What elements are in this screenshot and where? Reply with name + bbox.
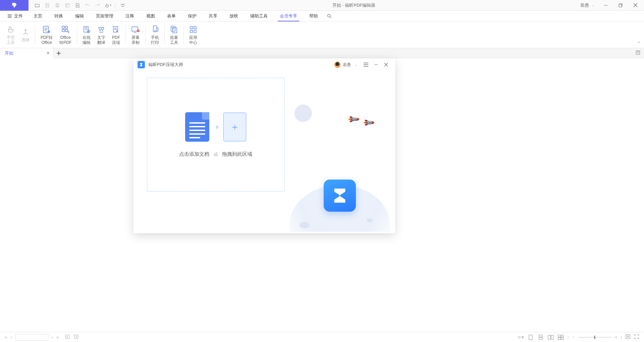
close-button[interactable] (629, 0, 642, 10)
two-page-icon[interactable] (547, 335, 554, 340)
svg-point-28 (519, 337, 520, 337)
first-page-icon[interactable]: « (5, 335, 7, 340)
dropzone-add-label: 点击添加文档 (179, 151, 209, 157)
statusbar-navigation: « ‹ › » (5, 334, 79, 341)
dropzone[interactable]: ›› ＋ 点击添加文档 或 拖拽到此区域 (147, 78, 284, 192)
menu-tab-8[interactable]: 共享 (203, 11, 223, 21)
dialog-user[interactable]: 若愚 (334, 61, 351, 68)
save-icon[interactable] (43, 1, 52, 10)
menu-tab-7[interactable]: 保护 (182, 11, 203, 21)
user-name[interactable]: 若愚 (580, 2, 589, 8)
dialog-logo-icon (138, 61, 145, 68)
ribbon-icon (151, 24, 159, 35)
svg-rect-29 (529, 335, 532, 340)
ribbon-button-3[interactable]: PDF转 Office (37, 23, 56, 47)
dialog-menu-icon[interactable] (361, 62, 371, 67)
user-chevron-icon[interactable]: ⌄ (592, 3, 594, 7)
menu-tab-0[interactable]: 主页 (28, 11, 48, 21)
menu-tab-9[interactable]: 放映 (223, 11, 244, 21)
svg-rect-2 (56, 6, 59, 7)
nav-back-icon[interactable] (65, 334, 70, 340)
ribbon-button-14[interactable]: 批量 工具 (167, 23, 181, 47)
open-icon[interactable] (33, 1, 42, 10)
single-page-icon[interactable] (527, 335, 534, 340)
zoom-slider[interactable] (578, 337, 611, 338)
menu-tab-12[interactable]: 帮助 (303, 11, 324, 21)
menu-tab-10[interactable]: 辅助工具 (244, 11, 274, 21)
dialog-close-button[interactable] (381, 63, 391, 67)
svg-rect-1 (56, 3, 59, 4)
user-avatar-icon (334, 61, 341, 68)
ribbon-label: 手机 打印 (151, 35, 159, 45)
document-tab-start[interactable]: 开始 ✕ (0, 48, 54, 58)
ribbon-separator (164, 25, 165, 44)
menu-tab-1[interactable]: 转换 (48, 11, 69, 21)
dialog-title: 福昕PDF压缩大师 (148, 62, 334, 68)
fit-page-icon[interactable] (625, 334, 631, 340)
touch-icon[interactable]: ▾ (103, 1, 112, 10)
ribbon-separator (183, 25, 184, 44)
menu-tab-11[interactable]: 会员专享 (274, 11, 303, 21)
menu-tab-5[interactable]: 视图 (140, 11, 161, 21)
last-page-icon[interactable]: » (56, 335, 59, 340)
continuous-page-icon[interactable] (537, 335, 544, 340)
tab-options-icon[interactable] (635, 50, 641, 56)
print-icon[interactable] (53, 1, 62, 10)
ribbon-label: PDF 压缩 (112, 35, 120, 45)
svg-rect-21 (190, 26, 193, 29)
ribbon-separator (77, 25, 77, 44)
menu-tab-2[interactable]: 编辑 (69, 11, 90, 21)
svg-rect-34 (558, 335, 560, 337)
ribbon-button-16[interactable]: 应用 中心 (186, 23, 201, 47)
fullscreen-icon[interactable] (634, 334, 639, 340)
maximize-button[interactable] (614, 0, 627, 10)
file-menu[interactable]: 文件 (3, 11, 28, 21)
zoom-in-icon[interactable]: + (615, 335, 618, 340)
svg-rect-24 (194, 30, 196, 32)
redo-icon[interactable] (93, 1, 102, 10)
svg-rect-26 (66, 335, 69, 339)
ribbon-collapse-icon[interactable]: ⌃ (637, 41, 641, 46)
dialog-titlebar: 福昕PDF压缩大师 若愚 ⌄ (133, 58, 395, 71)
ribbon-icon (189, 24, 197, 35)
search-button[interactable] (324, 13, 335, 19)
app-big-logo-icon (324, 180, 356, 212)
ribbon-button-10[interactable]: 屏幕 录制 (128, 23, 143, 47)
new-doc-icon[interactable] (73, 1, 82, 10)
ribbon-icon (170, 24, 178, 35)
dialog-user-chevron-icon[interactable]: ⌄ (351, 63, 361, 67)
svg-rect-30 (539, 335, 542, 337)
svg-rect-10 (65, 29, 68, 32)
menu-tab-4[interactable]: 注释 (119, 11, 140, 21)
zoom-out-icon[interactable]: − (572, 335, 575, 340)
svg-rect-31 (539, 338, 542, 340)
qat-overflow-icon[interactable] (118, 1, 127, 10)
svg-rect-35 (561, 335, 564, 337)
ribbon-button-12[interactable]: 手机 打印 (148, 23, 162, 47)
view-mode-eye-icon[interactable]: ▾ (517, 335, 524, 340)
svg-point-5 (328, 14, 330, 17)
crater-icon (367, 218, 373, 222)
close-tab-icon[interactable]: ✕ (46, 51, 50, 56)
menu-tab-6[interactable]: 表单 (161, 11, 182, 21)
add-tab-button[interactable] (54, 51, 64, 56)
arrow-icon: ›› (215, 123, 218, 131)
nav-forward-icon[interactable] (73, 334, 79, 340)
app-logo[interactable] (0, 0, 29, 11)
snapshot-icon[interactable] (63, 1, 72, 10)
minimize-button[interactable] (599, 0, 612, 10)
prev-page-icon[interactable]: ‹ (10, 335, 12, 340)
undo-icon[interactable] (83, 1, 92, 10)
ribbon-button-6[interactable]: 在线 编辑 (79, 23, 94, 47)
next-page-icon[interactable]: › (52, 335, 53, 340)
two-page-continuous-icon[interactable] (557, 335, 564, 340)
ribbon-icon (83, 24, 91, 35)
menu-tab-3[interactable]: 页面管理 (90, 11, 119, 21)
ribbon-icon (97, 24, 105, 35)
ribbon-button-7[interactable]: 文字 翻译 (94, 23, 109, 47)
page-number-input[interactable] (15, 334, 48, 341)
ribbon-button-8[interactable]: PDF 压缩 (109, 23, 123, 47)
dialog-minimize-button[interactable] (371, 63, 381, 67)
ribbon-button-4[interactable]: Office 转PDF (56, 23, 75, 47)
ribbon-separator (125, 25, 126, 44)
